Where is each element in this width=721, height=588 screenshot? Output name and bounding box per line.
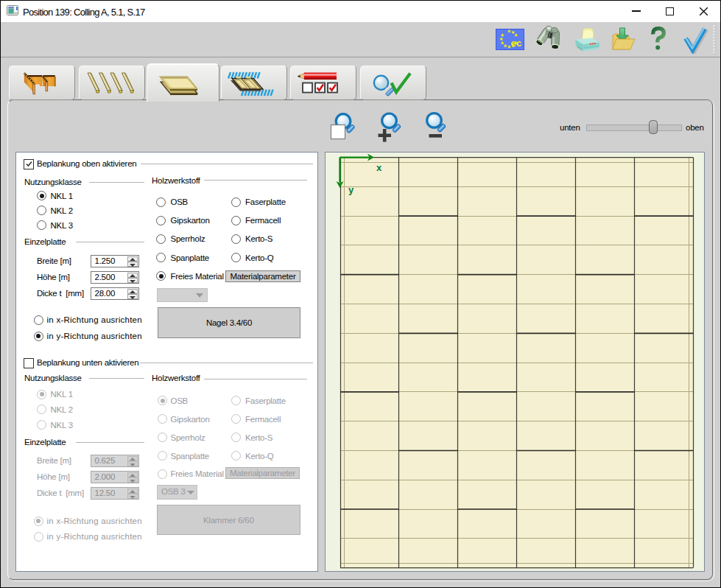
svg-text:y: y [348, 184, 354, 195]
svg-text:x: x [376, 162, 382, 173]
svg-text:ec: ec [511, 39, 522, 49]
